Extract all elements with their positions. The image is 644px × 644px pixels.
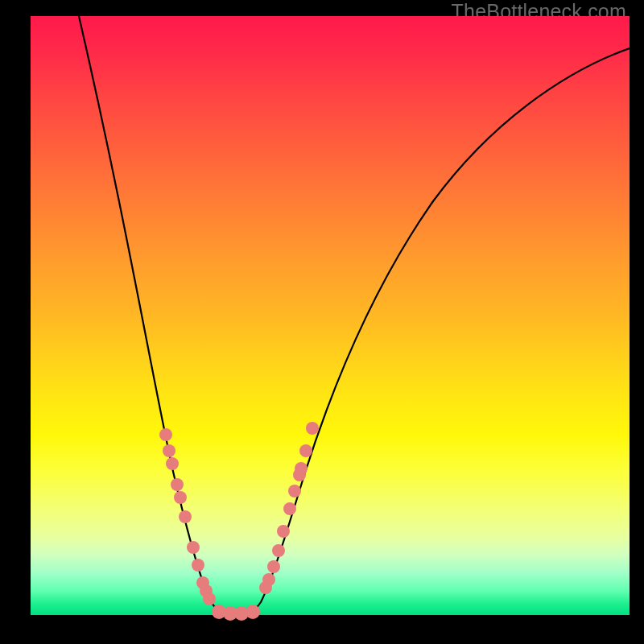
plot-area [31,16,630,615]
data-point [267,560,280,573]
data-point [163,444,175,457]
data-point [306,422,319,435]
data-point [192,559,204,572]
data-point [166,457,179,470]
data-point [159,428,172,441]
data-point [277,525,290,538]
data-point [299,444,312,457]
data-point [187,541,200,554]
data-point [272,544,285,557]
left-curve [79,16,242,615]
curve-layer [31,16,630,615]
data-point [179,510,192,523]
data-point [171,478,184,491]
data-point [174,491,187,504]
data-point [295,462,308,475]
data-point [203,592,216,605]
data-point [246,605,260,619]
data-point [262,573,275,586]
chart-root: TheBottleneck.com [0,0,644,644]
data-point [283,502,296,515]
data-point [288,485,301,497]
right-curve [242,48,630,615]
